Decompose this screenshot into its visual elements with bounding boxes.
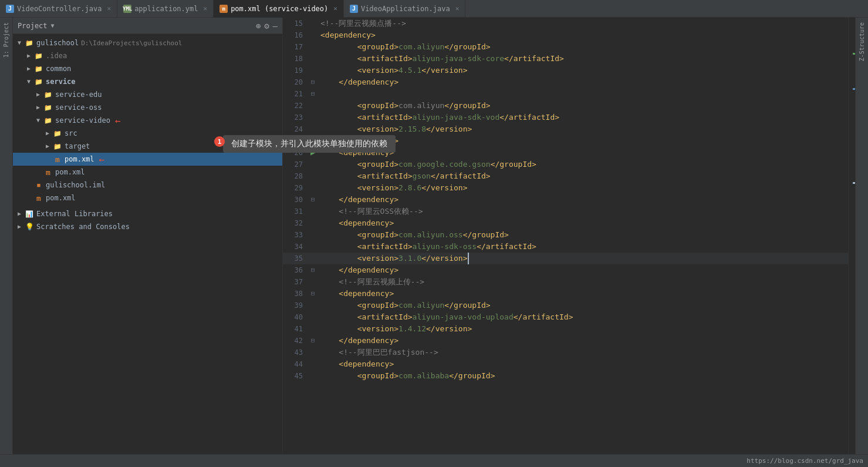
tab-pomxml[interactable]: m pom.xml (service-video) ✕ bbox=[214, 0, 344, 18]
sidebar-project-label[interactable]: 1: Project bbox=[3, 18, 9, 62]
edu-folder-icon: 📁 bbox=[43, 90, 53, 99]
tree-src[interactable]: ▶ 📁 src bbox=[13, 127, 282, 140]
project-dropdown-arrow[interactable]: ▼ bbox=[51, 22, 55, 29]
right-scrollbar[interactable] bbox=[848, 18, 855, 454]
idea-label: .idea bbox=[46, 52, 67, 60]
tab-appyml-close[interactable]: ✕ bbox=[204, 5, 208, 12]
ln-16: 16 bbox=[283, 29, 308, 41]
code-line-36: 36 ⊟ </dependency> bbox=[283, 264, 855, 276]
sidebar-strip-left: 1: Project bbox=[0, 18, 13, 454]
code-line-26: 26 ▶ <dependency> bbox=[283, 147, 855, 159]
tree-pomxml-root[interactable]: m pom.xml bbox=[13, 191, 282, 204]
ln-38: 38 bbox=[283, 288, 308, 300]
ln-35: 35 bbox=[283, 253, 308, 264]
root-folder-icon: 📁 bbox=[25, 38, 34, 48]
lc-18: <artifactId>aliyun-java-sdk-core</artifa… bbox=[318, 53, 855, 65]
tree-scratches[interactable]: ▶ 💡 Scratches and Consoles bbox=[13, 220, 282, 233]
tab-videoapp-close[interactable]: ✕ bbox=[455, 5, 460, 12]
ln-42: 42 bbox=[283, 335, 308, 347]
lc-38: <dependency> bbox=[318, 288, 855, 300]
lc-35: <version>3.1.0</version> bbox=[318, 253, 855, 264]
lc-25: </dependency> bbox=[318, 135, 855, 147]
tree-service-video[interactable]: ▼ 📁 service-video ← bbox=[13, 114, 282, 127]
tree-pomxml-selected[interactable]: m pom.xml ← bbox=[13, 153, 282, 166]
tab-videoctrl-label: VideoController.java bbox=[17, 5, 102, 13]
tab-appyml[interactable]: YML application.yml ✕ bbox=[117, 0, 214, 18]
sidebar-structure-label[interactable]: Z-Structure bbox=[859, 18, 865, 66]
scratches-label: Scratches and Consoles bbox=[36, 223, 130, 231]
gutter-21: ⊟ bbox=[308, 88, 318, 100]
status-url: https://blog.csdn.net/grd_java bbox=[747, 457, 863, 465]
src-arrow: ▶ bbox=[43, 129, 52, 137]
lc-39: <groupId>com.aliyun</groupId> bbox=[318, 300, 855, 311]
lc-23: <artifactId>aliyun-java-sdk-vod</artifac… bbox=[318, 112, 855, 123]
ln-34: 34 bbox=[283, 241, 308, 253]
ln-25: 25 bbox=[283, 135, 308, 147]
lc-33: <groupId>com.aliyun.oss</groupId> bbox=[318, 229, 855, 241]
scroll-marker bbox=[853, 53, 855, 55]
lc-36: </dependency> bbox=[318, 264, 855, 276]
src-folder-icon: 📁 bbox=[53, 129, 62, 138]
project-panel-icons: ⊕ ⚙ — bbox=[256, 21, 278, 31]
common-arrow: ▶ bbox=[25, 65, 33, 73]
root-path: D:\IdeaProjects\gulischool bbox=[81, 39, 182, 47]
project-panel: Project ▼ ⊕ ⚙ — ▼ 📁 gulischool D:\IdeaPr… bbox=[13, 18, 283, 454]
tree-external-libraries[interactable]: ▶ 📊 External Libraries bbox=[13, 207, 282, 220]
collapse-icon[interactable]: — bbox=[273, 21, 278, 31]
tree-service[interactable]: ▼ 📁 service bbox=[13, 75, 282, 88]
project-dropdown[interactable]: Project bbox=[18, 22, 48, 30]
settings-icon[interactable]: ⚙ bbox=[264, 21, 269, 31]
ln-37: 37 bbox=[283, 276, 308, 288]
ln-30: 30 bbox=[283, 194, 308, 206]
idea-arrow: ▶ bbox=[25, 52, 33, 60]
code-line-20: 20 ⊟ </dependency> bbox=[283, 76, 855, 88]
tree-root[interactable]: ▼ 📁 gulischool D:\IdeaProjects\gulischoo… bbox=[13, 36, 282, 49]
pomxml-service-icon: m bbox=[43, 167, 53, 177]
video-folder-icon: 📁 bbox=[43, 116, 53, 125]
ln-31: 31 bbox=[283, 206, 308, 217]
videoapp-java-icon: J bbox=[350, 5, 358, 13]
src-label: src bbox=[65, 129, 77, 137]
arrow-indicator: ← bbox=[115, 115, 121, 126]
lc-31: <!--阿里云OSS依赖--> bbox=[318, 206, 855, 217]
code-line-42: 42 ⊟ </dependency> bbox=[283, 335, 855, 347]
xml-icon: m bbox=[219, 5, 228, 13]
globe-icon[interactable]: ⊕ bbox=[256, 21, 261, 31]
tree-common[interactable]: ▶ 📁 common bbox=[13, 62, 282, 75]
file-tree: ▼ 📁 gulischool D:\IdeaProjects\gulischoo… bbox=[13, 34, 282, 454]
tree-target[interactable]: ▶ 📁 target bbox=[13, 140, 282, 153]
ln-44: 44 bbox=[283, 358, 308, 370]
code-line-27: 27 <groupId>com.google.code.gson</groupI… bbox=[283, 159, 855, 170]
lc-26: <dependency> bbox=[318, 147, 855, 159]
code-line-34: 34 <artifactId>aliyun-sdk-oss</artifactI… bbox=[283, 241, 855, 253]
tab-videoctrl-close[interactable]: ✕ bbox=[107, 5, 112, 12]
gutter-25: ⊟ bbox=[308, 135, 318, 147]
idea-folder-icon: 📁 bbox=[34, 51, 43, 61]
lc-29: <version>2.8.6</version> bbox=[318, 182, 855, 194]
extlib-icon: 📊 bbox=[25, 209, 34, 219]
lc-34: <artifactId>aliyun-sdk-oss</artifactId> bbox=[318, 241, 855, 253]
tab-pomxml-close[interactable]: ✕ bbox=[333, 5, 337, 12]
code-line-33: 33 <groupId>com.aliyun.oss</groupId> bbox=[283, 229, 855, 241]
gutter-36: ⊟ bbox=[308, 264, 318, 276]
tree-service-edu[interactable]: ▶ 📁 service-edu bbox=[13, 88, 282, 101]
tab-videoapp[interactable]: J VideoApplication.java ✕ bbox=[344, 0, 465, 18]
lc-37: <!--阿里云视频上传--> bbox=[318, 276, 855, 288]
code-line-44: 44 <dependency> bbox=[283, 358, 855, 370]
tree-service-oss[interactable]: ▶ 📁 service-oss bbox=[13, 101, 282, 114]
code-line-40: 40 <artifactId>aliyun-java-vod-upload</a… bbox=[283, 311, 855, 323]
code-line-29: 29 <version>2.8.6</version> bbox=[283, 182, 855, 194]
oss-label: service-oss bbox=[55, 103, 102, 112]
scroll-marker3 bbox=[853, 182, 855, 184]
tab-bar: J VideoController.java ✕ YML application… bbox=[0, 0, 868, 18]
yml-icon: YML bbox=[123, 5, 131, 13]
lc-20: </dependency> bbox=[318, 76, 855, 88]
tree-iml[interactable]: ■ gulischool.iml bbox=[13, 179, 282, 191]
ln-32: 32 bbox=[283, 217, 308, 229]
video-arrow: ▼ bbox=[34, 116, 42, 125]
tree-idea[interactable]: ▶ 📁 .idea bbox=[13, 49, 282, 62]
code-line-21: 21 ⊟ bbox=[283, 88, 855, 100]
tab-pomxml-label: pom.xml (service-video) bbox=[231, 5, 328, 13]
tree-pomxml-service[interactable]: m pom.xml bbox=[13, 166, 282, 179]
tab-videoctrl[interactable]: J VideoController.java ✕ bbox=[0, 0, 117, 18]
